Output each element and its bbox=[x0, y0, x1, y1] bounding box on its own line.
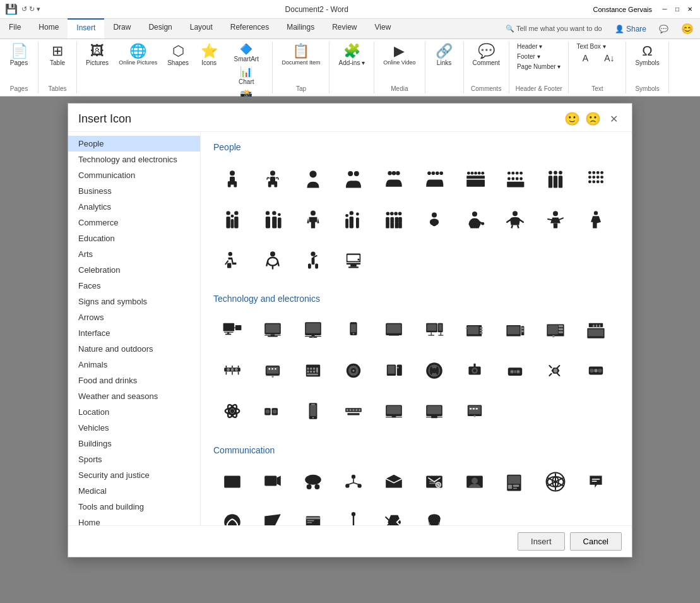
pages-btn[interactable]: 📄Pages bbox=[5, 42, 33, 69]
sidebar-item-tech[interactable]: Technology and electronics bbox=[68, 152, 200, 167]
sidebar-item-signs[interactable]: Signs and symbols bbox=[68, 294, 200, 309]
icon-cell[interactable] bbox=[294, 311, 332, 349]
icon-cell[interactable] bbox=[335, 352, 372, 390]
comment-btn[interactable]: 💬Comment bbox=[469, 42, 504, 69]
sidebar-item-comm[interactable]: Communication bbox=[68, 167, 200, 183]
tab-view[interactable]: View bbox=[366, 19, 400, 39]
account-btn[interactable]: 😊 bbox=[675, 19, 700, 39]
icon-cell[interactable] bbox=[496, 160, 534, 198]
icon-cell[interactable] bbox=[254, 392, 292, 430]
icon-cell[interactable] bbox=[213, 463, 251, 501]
sidebar-item-people[interactable]: People bbox=[68, 136, 200, 152]
icon-cell[interactable] bbox=[456, 463, 494, 501]
comments-ribbon-btn[interactable]: 💬 bbox=[653, 19, 675, 39]
dropcap-btn[interactable]: A↓ bbox=[598, 52, 620, 64]
sidebar-item-nature[interactable]: Nature and outdoors bbox=[68, 341, 200, 357]
insert-btn[interactable]: Insert bbox=[518, 532, 565, 551]
icon-cell[interactable] bbox=[415, 392, 453, 430]
tell-me[interactable]: 🔍 Tell me what you want to do bbox=[499, 19, 608, 39]
minimize-btn[interactable]: ─ bbox=[660, 4, 670, 15]
icon-cell[interactable] bbox=[415, 311, 453, 349]
links-btn[interactable]: 🔗Links bbox=[430, 42, 458, 69]
icon-cell[interactable] bbox=[375, 392, 413, 430]
symbols-btn[interactable]: ΩSymbols bbox=[631, 42, 663, 69]
icon-cell[interactable] bbox=[213, 352, 251, 390]
sidebar-item-education[interactable]: Education bbox=[68, 230, 200, 246]
chart-btn[interactable]: 📊Chart bbox=[225, 64, 267, 87]
sad-emoji[interactable]: 🙁 bbox=[585, 111, 601, 126]
tab-draw[interactable]: Draw bbox=[104, 19, 139, 39]
font-color-btn[interactable]: A bbox=[574, 52, 596, 64]
icon-cell[interactable] bbox=[335, 311, 372, 349]
icon-cell[interactable] bbox=[537, 352, 574, 390]
addins-btn[interactable]: 🧩Add-ins ▾ bbox=[335, 42, 369, 69]
icon-cell[interactable] bbox=[456, 311, 494, 349]
icon-cell[interactable] bbox=[375, 160, 413, 198]
icon-cell[interactable] bbox=[213, 160, 251, 198]
icon-cell[interactable] bbox=[294, 241, 332, 278]
sidebar-item-vehicles[interactable]: Vehicles bbox=[68, 420, 200, 436]
header-btn[interactable]: Header ▾ bbox=[514, 42, 545, 51]
icon-cell[interactable] bbox=[456, 160, 494, 198]
icon-cell[interactable] bbox=[335, 200, 372, 238]
icon-cell[interactable] bbox=[335, 241, 372, 278]
close-btn[interactable]: ✕ bbox=[685, 4, 695, 15]
icon-cell[interactable] bbox=[415, 463, 453, 501]
icon-cell[interactable] bbox=[213, 241, 251, 278]
icon-cell[interactable] bbox=[577, 463, 615, 501]
icon-cell[interactable] bbox=[375, 311, 413, 349]
icon-cell[interactable] bbox=[254, 311, 292, 349]
sidebar-item-animals[interactable]: Animals bbox=[68, 357, 200, 373]
icon-cell[interactable] bbox=[375, 503, 413, 525]
icon-cell[interactable] bbox=[375, 200, 413, 238]
icon-cell[interactable] bbox=[294, 352, 332, 390]
sidebar-item-faces[interactable]: Faces bbox=[68, 278, 200, 294]
sidebar-item-business[interactable]: Business bbox=[68, 183, 200, 199]
icon-cell[interactable] bbox=[415, 503, 453, 525]
icon-cell[interactable] bbox=[456, 352, 494, 390]
icon-cell[interactable] bbox=[294, 160, 332, 198]
pictures-btn[interactable]: 🖼Pictures bbox=[82, 42, 112, 69]
sidebar-item-arts[interactable]: Arts bbox=[68, 246, 200, 262]
tab-insert[interactable]: Insert bbox=[68, 18, 104, 39]
icon-cell[interactable] bbox=[335, 392, 372, 430]
icon-cell[interactable] bbox=[456, 392, 494, 430]
icon-cell[interactable] bbox=[537, 160, 574, 198]
icon-cell[interactable] bbox=[496, 311, 534, 349]
icon-cell[interactable] bbox=[254, 503, 292, 525]
icon-cell[interactable] bbox=[335, 503, 372, 525]
shapes-btn[interactable]: ⬡Shapes bbox=[163, 42, 193, 69]
dialog-close-btn[interactable]: ✕ bbox=[606, 112, 622, 126]
tab-file[interactable]: File bbox=[0, 19, 30, 39]
sidebar-item-medical[interactable]: Medical bbox=[68, 483, 200, 499]
textbox-btn[interactable]: Text Box ▾ bbox=[574, 42, 608, 51]
sidebar-item-sports[interactable]: Sports bbox=[68, 451, 200, 467]
sidebar-item-commerce[interactable]: Commerce bbox=[68, 215, 200, 230]
icon-cell[interactable] bbox=[577, 311, 615, 349]
sidebar-item-home[interactable]: Home bbox=[68, 515, 200, 525]
sidebar-item-celebration[interactable]: Celebration bbox=[68, 262, 200, 278]
icon-cell[interactable] bbox=[577, 352, 615, 390]
sidebar-item-analytics[interactable]: Analytics bbox=[68, 199, 200, 215]
icon-cell[interactable] bbox=[254, 200, 292, 238]
sidebar-item-tools[interactable]: Tools and building bbox=[68, 499, 200, 515]
sidebar-item-buildings[interactable]: Buildings bbox=[68, 436, 200, 451]
icon-cell[interactable] bbox=[496, 200, 534, 238]
icon-cell[interactable] bbox=[294, 392, 332, 430]
tab-references[interactable]: References bbox=[222, 19, 278, 39]
cancel-btn[interactable]: Cancel bbox=[570, 532, 622, 551]
icon-cell[interactable] bbox=[213, 311, 251, 349]
maximize-btn[interactable]: □ bbox=[672, 4, 682, 15]
icon-cell[interactable] bbox=[415, 200, 453, 238]
tab-design[interactable]: Design bbox=[139, 19, 181, 39]
icon-cell[interactable] bbox=[537, 463, 574, 501]
icon-cell[interactable] bbox=[254, 463, 292, 501]
icon-cell[interactable] bbox=[213, 503, 251, 525]
icon-cell[interactable] bbox=[213, 392, 251, 430]
icon-cell[interactable] bbox=[537, 311, 574, 349]
sidebar-item-weather[interactable]: Weather and seasons bbox=[68, 388, 200, 404]
share-btn[interactable]: 👤 Share bbox=[608, 19, 653, 39]
tab-review[interactable]: Review bbox=[323, 19, 365, 39]
icon-cell[interactable] bbox=[415, 352, 453, 390]
happy-emoji[interactable]: 🙂 bbox=[564, 111, 580, 126]
